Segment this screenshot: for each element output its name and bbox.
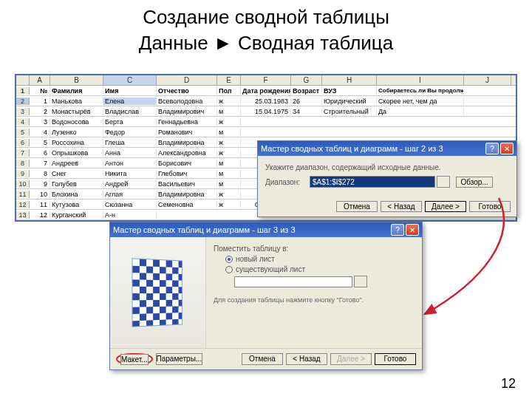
row-number[interactable]: 8	[16, 160, 30, 167]
cell[interactable]: м	[217, 160, 241, 167]
cell[interactable]: Сюзанна	[103, 201, 157, 208]
cell[interactable]: Александровна	[157, 149, 217, 157]
location-input[interactable]	[234, 276, 352, 287]
cell[interactable]: ж	[217, 149, 241, 157]
col-header-a[interactable]: A	[30, 75, 50, 85]
cell[interactable]: Владислав	[103, 108, 157, 115]
col-header-d[interactable]: D	[157, 75, 217, 85]
cell[interactable]: Борисович	[157, 160, 217, 167]
cell[interactable]: м	[217, 170, 241, 177]
cell[interactable]: 7	[30, 160, 50, 167]
cell[interactable]: 34	[291, 108, 322, 115]
row-number[interactable]: 13	[16, 211, 30, 219]
cell[interactable]: А-н	[103, 211, 157, 219]
col-header-b[interactable]: B	[50, 75, 103, 85]
radio-new-sheet[interactable]: новый лист	[225, 255, 415, 263]
cell[interactable]: 1	[30, 98, 50, 105]
cell[interactable]: Антон	[103, 160, 157, 167]
close-icon[interactable]: ✕	[500, 143, 514, 154]
cell[interactable]: Васильевич	[157, 180, 217, 188]
cell[interactable]: Голубев	[50, 180, 103, 188]
cell[interactable]: 8	[30, 170, 50, 177]
cell[interactable]: м	[217, 180, 241, 188]
cell[interactable]: ж	[217, 98, 241, 105]
cell[interactable]: 6	[30, 149, 50, 157]
cell[interactable]: Строительный	[322, 108, 377, 115]
finish-button[interactable]: Готово	[375, 353, 416, 365]
cell[interactable]: 10	[30, 191, 50, 198]
cell[interactable]: Курганский	[50, 211, 103, 219]
cell[interactable]: Всеволодовна	[157, 98, 217, 105]
browse-button[interactable]: Обзор...	[456, 177, 493, 188]
title-bar[interactable]: Мастер сводных таблиц и диаграмм - шаг 2…	[258, 141, 516, 156]
col-header-j[interactable]: J	[464, 75, 511, 85]
cell[interactable]: Владимирович	[157, 108, 217, 115]
cell[interactable]: ж	[217, 118, 241, 126]
cell[interactable]: ж	[217, 139, 241, 146]
cell[interactable]: 25.03.1983	[241, 98, 291, 105]
back-button[interactable]: < Назад	[286, 353, 327, 365]
cell[interactable]: Лузенко	[50, 129, 103, 136]
cell[interactable]: Геннадьевна	[157, 118, 217, 126]
help-icon[interactable]: ?	[485, 143, 499, 154]
range-selector-icon[interactable]	[437, 176, 450, 188]
row-number[interactable]: 7	[16, 149, 30, 157]
finish-button[interactable]: Готово	[469, 201, 511, 212]
cell[interactable]: 5	[30, 139, 50, 146]
cell[interactable]: Владимировна	[157, 191, 217, 198]
cell[interactable]: ж	[217, 191, 241, 198]
col-header-h[interactable]: H	[322, 75, 377, 85]
row-number[interactable]: 10	[16, 180, 30, 188]
cell[interactable]: Россохина	[50, 139, 103, 146]
cell[interactable]: Андреев	[50, 160, 103, 167]
range-selector-icon[interactable]	[354, 276, 367, 287]
next-button[interactable]: Далее >	[425, 201, 466, 212]
cell[interactable]: Водоносова	[50, 118, 103, 126]
cell[interactable]: 2	[30, 108, 50, 115]
cell[interactable]: Манькова	[50, 98, 103, 105]
title-bar[interactable]: Мастер сводных таблиц и диаграмм - шаг 3…	[110, 222, 422, 237]
cell[interactable]: Блохина	[50, 191, 103, 198]
cell[interactable]: 9	[30, 180, 50, 188]
cancel-button[interactable]: Отмена	[242, 353, 283, 365]
cell[interactable]: Семеновна	[157, 201, 217, 208]
close-icon[interactable]: ✕	[406, 224, 419, 236]
cell[interactable]: Берта	[103, 118, 157, 126]
col-header-c[interactable]: C	[103, 75, 157, 85]
row-number[interactable]: 3	[16, 108, 30, 115]
back-button[interactable]: < Назад	[381, 201, 422, 212]
cell[interactable]: Федор	[103, 129, 157, 136]
cell[interactable]: 11	[30, 201, 50, 208]
row-number[interactable]: 5	[16, 129, 30, 136]
row-number[interactable]: 11	[16, 191, 30, 198]
col-header-f[interactable]: F	[241, 75, 291, 85]
layout-button[interactable]: Макет...	[120, 354, 149, 365]
cell[interactable]: Кутузова	[50, 201, 103, 208]
cell[interactable]: Владимировна	[157, 139, 217, 146]
cell[interactable]: Андрей	[103, 180, 157, 188]
cell[interactable]: 12	[30, 211, 50, 219]
row-number[interactable]: 12	[16, 201, 30, 208]
parameters-button[interactable]: Параметры...	[156, 353, 203, 365]
cell[interactable]: Елена	[103, 98, 157, 105]
col-header-g[interactable]: G	[291, 75, 322, 85]
row-number[interactable]: 9	[16, 170, 30, 177]
radio-existing-sheet[interactable]: существующий лист	[225, 265, 415, 273]
cell[interactable]: Аглая	[103, 191, 157, 198]
cell[interactable]: Никита	[103, 170, 157, 177]
row-number[interactable]: 1	[16, 87, 30, 95]
cell[interactable]: Снег	[50, 170, 103, 177]
cell[interactable]: 15.04.1975	[241, 108, 291, 115]
col-header-e[interactable]: E	[217, 75, 241, 85]
range-input[interactable]	[310, 176, 435, 188]
row-number[interactable]: 6	[16, 139, 30, 146]
cell[interactable]: Опрышкова	[50, 149, 103, 157]
cell[interactable]: ж	[217, 201, 241, 208]
cell[interactable]: Глебович	[157, 170, 217, 177]
help-icon[interactable]: ?	[391, 224, 404, 236]
row-number[interactable]: 4	[16, 118, 30, 126]
cell[interactable]: Монастырёв	[50, 108, 103, 115]
cell[interactable]: м	[217, 108, 241, 115]
cell[interactable]: 26	[291, 98, 322, 105]
cell[interactable]: 4	[30, 129, 50, 136]
